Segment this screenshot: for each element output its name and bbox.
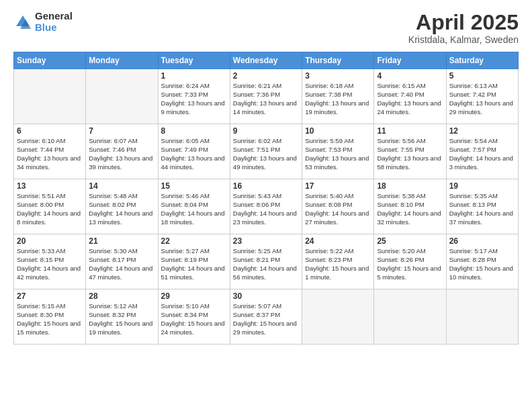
calendar-title: April 2025 <box>408 11 519 34</box>
day-number: 20 <box>17 236 83 246</box>
day-info: Sunrise: 5:30 AM Sunset: 8:17 PM Dayligh… <box>89 247 154 281</box>
logo-blue-text: Blue <box>35 22 73 34</box>
calendar-cell: 3Sunrise: 6:18 AM Sunset: 7:38 PM Daylig… <box>302 69 374 124</box>
day-number: 14 <box>89 181 154 191</box>
calendar-cell <box>446 289 518 345</box>
day-info: Sunrise: 5:59 AM Sunset: 7:53 PM Dayligh… <box>305 137 371 171</box>
day-number: 12 <box>449 126 515 136</box>
day-info: Sunrise: 6:15 AM Sunset: 7:40 PM Dayligh… <box>377 82 443 116</box>
day-info: Sunrise: 5:46 AM Sunset: 8:04 PM Dayligh… <box>161 192 227 226</box>
calendar-cell: 9Sunrise: 6:02 AM Sunset: 7:51 PM Daylig… <box>230 124 302 179</box>
calendar-table: SundayMondayTuesdayWednesdayThursdayFrid… <box>13 52 519 345</box>
day-number: 6 <box>17 126 83 136</box>
day-info: Sunrise: 5:12 AM Sunset: 8:32 PM Dayligh… <box>89 302 154 336</box>
calendar-cell: 22Sunrise: 5:27 AM Sunset: 8:19 PM Dayli… <box>158 234 230 289</box>
weekday-row: SundayMondayTuesdayWednesdayThursdayFrid… <box>14 52 519 69</box>
day-number: 27 <box>17 291 83 301</box>
day-info: Sunrise: 5:15 AM Sunset: 8:30 PM Dayligh… <box>17 302 83 336</box>
calendar-cell: 15Sunrise: 5:46 AM Sunset: 8:04 PM Dayli… <box>158 179 230 234</box>
day-number: 21 <box>89 236 154 246</box>
calendar-cell: 16Sunrise: 5:43 AM Sunset: 8:06 PM Dayli… <box>230 179 302 234</box>
day-info: Sunrise: 5:33 AM Sunset: 8:15 PM Dayligh… <box>17 247 83 281</box>
day-info: Sunrise: 6:21 AM Sunset: 7:36 PM Dayligh… <box>233 82 299 116</box>
day-info: Sunrise: 5:07 AM Sunset: 8:37 PM Dayligh… <box>233 302 299 336</box>
day-info: Sunrise: 6:02 AM Sunset: 7:51 PM Dayligh… <box>233 137 299 171</box>
calendar-cell: 14Sunrise: 5:48 AM Sunset: 8:02 PM Dayli… <box>86 179 158 234</box>
day-number: 4 <box>377 71 443 81</box>
calendar-cell: 13Sunrise: 5:51 AM Sunset: 8:00 PM Dayli… <box>14 179 86 234</box>
day-info: Sunrise: 5:10 AM Sunset: 8:34 PM Dayligh… <box>161 302 227 336</box>
calendar-cell: 12Sunrise: 5:54 AM Sunset: 7:57 PM Dayli… <box>446 124 518 179</box>
day-number: 29 <box>161 291 227 301</box>
calendar-cell: 25Sunrise: 5:20 AM Sunset: 8:26 PM Dayli… <box>374 234 446 289</box>
day-info: Sunrise: 5:54 AM Sunset: 7:57 PM Dayligh… <box>449 137 515 171</box>
logo-text: General Blue <box>35 11 73 33</box>
day-number: 11 <box>377 126 443 136</box>
calendar-cell: 18Sunrise: 5:38 AM Sunset: 8:10 PM Dayli… <box>374 179 446 234</box>
day-info: Sunrise: 5:40 AM Sunset: 8:08 PM Dayligh… <box>305 192 371 226</box>
calendar-cell <box>302 289 374 345</box>
weekday-header-tuesday: Tuesday <box>158 52 230 69</box>
day-info: Sunrise: 5:17 AM Sunset: 8:28 PM Dayligh… <box>449 247 515 281</box>
day-number: 15 <box>161 181 227 191</box>
weekday-header-thursday: Thursday <box>302 52 374 69</box>
day-number: 2 <box>233 71 299 81</box>
calendar-cell: 2Sunrise: 6:21 AM Sunset: 7:36 PM Daylig… <box>230 69 302 124</box>
day-number: 18 <box>377 181 443 191</box>
day-number: 1 <box>161 71 227 81</box>
weekday-header-monday: Monday <box>86 52 158 69</box>
weekday-header-friday: Friday <box>374 52 446 69</box>
day-info: Sunrise: 6:10 AM Sunset: 7:44 PM Dayligh… <box>17 137 83 171</box>
calendar-cell: 8Sunrise: 6:05 AM Sunset: 7:49 PM Daylig… <box>158 124 230 179</box>
calendar-cell: 17Sunrise: 5:40 AM Sunset: 8:08 PM Dayli… <box>302 179 374 234</box>
calendar-cell: 29Sunrise: 5:10 AM Sunset: 8:34 PM Dayli… <box>158 289 230 345</box>
calendar-cell: 7Sunrise: 6:07 AM Sunset: 7:46 PM Daylig… <box>86 124 158 179</box>
week-row-4: 20Sunrise: 5:33 AM Sunset: 8:15 PM Dayli… <box>14 234 519 289</box>
calendar-cell: 5Sunrise: 6:13 AM Sunset: 7:42 PM Daylig… <box>446 69 518 124</box>
calendar-cell: 21Sunrise: 5:30 AM Sunset: 8:17 PM Dayli… <box>86 234 158 289</box>
day-number: 8 <box>161 126 227 136</box>
calendar-cell: 6Sunrise: 6:10 AM Sunset: 7:44 PM Daylig… <box>14 124 86 179</box>
calendar-header: SundayMondayTuesdayWednesdayThursdayFrid… <box>14 52 519 69</box>
day-number: 5 <box>449 71 515 81</box>
title-block: April 2025 Kristdala, Kalmar, Sweden <box>408 11 519 45</box>
header: General Blue April 2025 Kristdala, Kalma… <box>13 11 519 45</box>
day-info: Sunrise: 5:20 AM Sunset: 8:26 PM Dayligh… <box>377 247 443 281</box>
week-row-2: 6Sunrise: 6:10 AM Sunset: 7:44 PM Daylig… <box>14 124 519 179</box>
day-number: 10 <box>305 126 371 136</box>
weekday-header-wednesday: Wednesday <box>230 52 302 69</box>
day-number: 23 <box>233 236 299 246</box>
day-info: Sunrise: 5:25 AM Sunset: 8:21 PM Dayligh… <box>233 247 299 281</box>
day-number: 22 <box>161 236 227 246</box>
day-number: 17 <box>305 181 371 191</box>
day-number: 3 <box>305 71 371 81</box>
logo: General Blue <box>13 11 73 33</box>
calendar-cell: 4Sunrise: 6:15 AM Sunset: 7:40 PM Daylig… <box>374 69 446 124</box>
day-info: Sunrise: 5:27 AM Sunset: 8:19 PM Dayligh… <box>161 247 227 281</box>
day-number: 24 <box>305 236 371 246</box>
calendar-cell: 1Sunrise: 6:24 AM Sunset: 7:33 PM Daylig… <box>158 69 230 124</box>
day-number: 30 <box>233 291 299 301</box>
logo-icon <box>13 13 32 32</box>
calendar-cell: 11Sunrise: 5:56 AM Sunset: 7:55 PM Dayli… <box>374 124 446 179</box>
page: General Blue April 2025 Kristdala, Kalma… <box>0 0 532 411</box>
day-number: 13 <box>17 181 83 191</box>
day-info: Sunrise: 5:43 AM Sunset: 8:06 PM Dayligh… <box>233 192 299 226</box>
week-row-5: 27Sunrise: 5:15 AM Sunset: 8:30 PM Dayli… <box>14 289 519 345</box>
day-info: Sunrise: 6:05 AM Sunset: 7:49 PM Dayligh… <box>161 137 227 171</box>
calendar-body: 1Sunrise: 6:24 AM Sunset: 7:33 PM Daylig… <box>14 69 519 345</box>
calendar-cell: 20Sunrise: 5:33 AM Sunset: 8:15 PM Dayli… <box>14 234 86 289</box>
calendar-cell: 30Sunrise: 5:07 AM Sunset: 8:37 PM Dayli… <box>230 289 302 345</box>
day-number: 26 <box>449 236 515 246</box>
calendar-cell <box>374 289 446 345</box>
week-row-1: 1Sunrise: 6:24 AM Sunset: 7:33 PM Daylig… <box>14 69 519 124</box>
day-info: Sunrise: 5:56 AM Sunset: 7:55 PM Dayligh… <box>377 137 443 171</box>
day-info: Sunrise: 6:07 AM Sunset: 7:46 PM Dayligh… <box>89 137 154 171</box>
weekday-header-sunday: Sunday <box>14 52 86 69</box>
calendar-cell: 19Sunrise: 5:35 AM Sunset: 8:13 PM Dayli… <box>446 179 518 234</box>
day-number: 19 <box>449 181 515 191</box>
calendar-cell: 23Sunrise: 5:25 AM Sunset: 8:21 PM Dayli… <box>230 234 302 289</box>
day-number: 7 <box>89 126 154 136</box>
day-number: 28 <box>89 291 154 301</box>
day-info: Sunrise: 6:13 AM Sunset: 7:42 PM Dayligh… <box>449 82 515 116</box>
